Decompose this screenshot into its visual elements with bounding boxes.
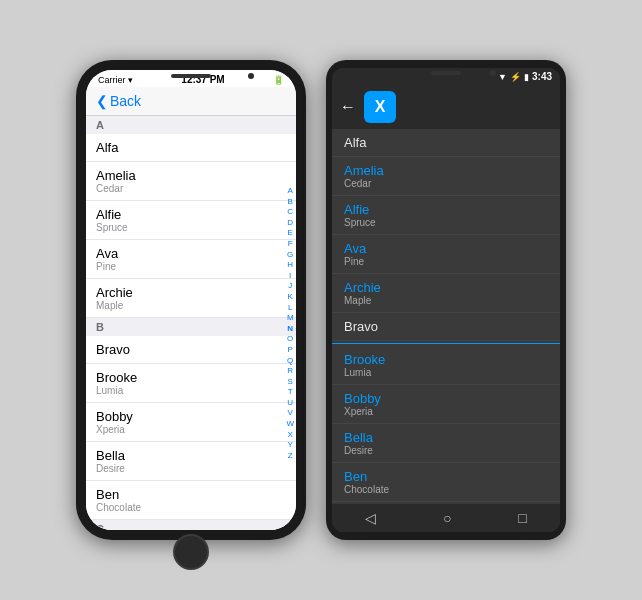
- android-device: ▼ ⚡ ▮ 3:43 ← X Alfa AmeliaCedar AlfieSpr…: [326, 60, 566, 540]
- phones-container: Carrier ▾ 12:37 PM 🔋 ❮ Back A Alfa Ameli…: [66, 50, 576, 550]
- list-item[interactable]: ArchieMaple: [332, 274, 560, 313]
- android-status-icons: ▼ ⚡ ▮ 3:43: [498, 71, 552, 82]
- list-item[interactable]: Bravo: [332, 313, 560, 341]
- wifi-icon: ▼: [498, 72, 507, 82]
- list-item[interactable]: AvaPine: [86, 240, 296, 279]
- app-icon-label: X: [375, 98, 386, 116]
- android-contact-list[interactable]: Alfa AmeliaCedar AlfieSpruce AvaPine Arc…: [332, 129, 560, 504]
- iphone-screen: Carrier ▾ 12:37 PM 🔋 ❮ Back A Alfa Ameli…: [86, 70, 296, 530]
- list-item[interactable]: AmeliaCedar: [86, 162, 296, 201]
- battery-charging-icon: ⚡: [510, 72, 521, 82]
- iphone-header: ❮ Back: [86, 87, 296, 116]
- section-header-c: C: [86, 520, 296, 530]
- iphone-carrier: Carrier ▾: [98, 75, 133, 85]
- iphone-speaker: [171, 74, 211, 78]
- iphone-camera: [248, 73, 254, 79]
- android-back-button[interactable]: ◁: [365, 510, 376, 526]
- android-header: ← X: [332, 85, 560, 129]
- android-speaker: [431, 71, 461, 75]
- iphone-list-scroll[interactable]: A Alfa AmeliaCedar AlfieSpruce AvaPine A…: [86, 116, 296, 530]
- android-time: 3:43: [532, 71, 552, 82]
- android-back-icon[interactable]: ←: [340, 98, 356, 116]
- iphone-home-button[interactable]: [173, 534, 209, 570]
- list-item[interactable]: BenChocolate: [86, 481, 296, 520]
- list-item[interactable]: Alfa: [86, 134, 296, 162]
- list-item[interactable]: BrookeLumia: [332, 346, 560, 385]
- list-item[interactable]: BellaDesire: [86, 442, 296, 481]
- list-item[interactable]: BobbyXperia: [332, 385, 560, 424]
- android-screen: ▼ ⚡ ▮ 3:43 ← X Alfa AmeliaCedar AlfieSpr…: [332, 68, 560, 532]
- list-item[interactable]: BenChocolate: [332, 463, 560, 502]
- chevron-left-icon: ❮: [96, 93, 108, 109]
- list-item[interactable]: BobbyXperia: [86, 403, 296, 442]
- iphone-back-button[interactable]: ❮ Back: [96, 93, 141, 109]
- android-recent-button[interactable]: □: [518, 510, 526, 526]
- alphabetic-index[interactable]: ABC DEF GHI JKL MNO PQR STU VWX YZ: [286, 186, 294, 460]
- iphone-device: Carrier ▾ 12:37 PM 🔋 ❮ Back A Alfa Ameli…: [76, 60, 306, 540]
- list-item[interactable]: AmeliaCedar: [332, 157, 560, 196]
- section-divider: [332, 343, 560, 344]
- iphone-battery: 🔋: [273, 75, 284, 85]
- list-item[interactable]: AlfieSpruce: [332, 196, 560, 235]
- iphone-contact-list[interactable]: A Alfa AmeliaCedar AlfieSpruce AvaPine A…: [86, 116, 296, 530]
- list-item[interactable]: Bravo: [86, 336, 296, 364]
- list-item[interactable]: BellaDesire: [332, 424, 560, 463]
- section-header-a: A: [86, 116, 296, 134]
- list-item[interactable]: AlfieSpruce: [86, 201, 296, 240]
- iphone-status-bar: Carrier ▾ 12:37 PM 🔋: [86, 70, 296, 87]
- section-header-b: B: [86, 318, 296, 336]
- list-item[interactable]: Alfa: [332, 129, 560, 157]
- android-nav-bar: ◁ ○ □: [332, 504, 560, 532]
- android-app-icon: X: [364, 91, 396, 123]
- back-label: Back: [110, 93, 141, 109]
- list-item[interactable]: ArchieMaple: [86, 279, 296, 318]
- list-item[interactable]: BrookeLumia: [86, 364, 296, 403]
- list-item[interactable]: AvaPine: [332, 235, 560, 274]
- android-camera: [490, 70, 496, 76]
- battery-icon: ▮: [524, 72, 529, 82]
- android-home-button[interactable]: ○: [443, 510, 451, 526]
